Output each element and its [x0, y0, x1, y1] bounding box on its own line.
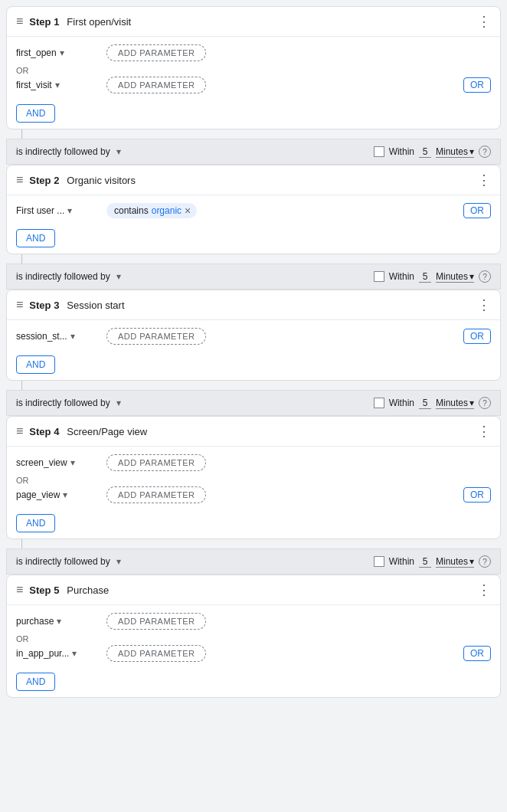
step-name-5: Purchase	[67, 584, 109, 596]
connector-label-1: is indirectly followed by	[16, 146, 110, 157]
or-label-5: OR	[16, 633, 491, 645]
within-checkbox-3[interactable]	[374, 398, 384, 408]
step-label-1: Step 1	[29, 16, 59, 28]
chip-close-2-0[interactable]: ×	[185, 205, 191, 216]
connector-bar-2: is indirectly followed by ▾ Within 5 Min…	[6, 264, 501, 290]
param-container-2-0: contains organic ×	[106, 203, 457, 218]
and-btn-3[interactable]: AND	[16, 355, 55, 374]
step-body-4: screen_view ▾ ADD PARAMETER OR page_view…	[7, 447, 500, 539]
step-card-4: ≡ Step 4 Screen/Page view ⋮ screen_view …	[6, 416, 501, 539]
chip-text-2-0: contains	[114, 205, 149, 216]
step-menu-icon-4: ≡	[16, 425, 23, 437]
dropdown-arrow-2-0: ▾	[67, 205, 72, 216]
step-card-2: ≡ Step 2 Organic visitors ⋮ First user .…	[6, 165, 501, 254]
step-menu-icon-2: ≡	[16, 174, 23, 186]
step-more-menu-4[interactable]: ⋮	[477, 424, 491, 438]
connector-dropdown-arrow-4: ▾	[116, 556, 121, 567]
add-param-btn-1-1[interactable]: ADD PARAMETER	[106, 77, 206, 93]
or-badge-1[interactable]: OR	[463, 77, 491, 93]
page-container: ≡ Step 1 First open/visit ⋮ first_open ▾…	[0, 0, 507, 704]
step-more-menu-5[interactable]: ⋮	[477, 583, 491, 597]
event-selector-4-0[interactable]: screen_view ▾	[16, 457, 100, 468]
step-body-5: purchase ▾ ADD PARAMETER OR in_app_pur..…	[7, 605, 500, 697]
connector-label-2: is indirectly followed by	[16, 271, 110, 282]
event-row-1-0: first_open ▾ ADD PARAMETER	[16, 44, 491, 61]
step-name-4: Screen/Page view	[67, 426, 147, 437]
step-label-3: Step 3	[29, 300, 59, 311]
event-selector-5-0[interactable]: purchase ▾	[16, 616, 100, 627]
add-param-btn-4-0[interactable]: ADD PARAMETER	[106, 454, 206, 471]
within-section-3: Within 5 Minutes ▾ ?	[374, 397, 491, 409]
within-text-2: Within	[389, 271, 414, 282]
or-badge-4[interactable]: OR	[463, 487, 491, 503]
event-selector-2-0[interactable]: First user ... ▾	[16, 205, 100, 216]
within-unit-4[interactable]: Minutes ▾	[436, 556, 474, 568]
step-body-2: First user ... ▾ contains organic × OR A…	[7, 195, 500, 254]
dropdown-arrow-1-0: ▾	[60, 47, 64, 58]
dropdown-arrow-5-0: ▾	[57, 616, 61, 627]
step-more-menu-2[interactable]: ⋮	[477, 173, 491, 187]
step-header-3: ≡ Step 3 Session start ⋮	[7, 290, 500, 320]
event-name-4-0: screen_view	[16, 457, 67, 468]
add-param-btn-3-0[interactable]: ADD PARAMETER	[106, 328, 206, 345]
within-checkbox-4[interactable]	[374, 556, 384, 567]
step-header-1: ≡ Step 1 First open/visit ⋮	[7, 7, 500, 37]
step-more-menu-3[interactable]: ⋮	[477, 298, 491, 312]
param-container-5-1: ADD PARAMETER	[106, 645, 457, 662]
and-btn-1[interactable]: AND	[16, 104, 55, 123]
event-row-3-0: session_st... ▾ ADD PARAMETER OR	[16, 328, 491, 345]
vert-line-2	[6, 254, 501, 264]
and-btn-4[interactable]: AND	[16, 514, 55, 532]
within-text-1: Within	[389, 146, 414, 157]
within-checkbox-1[interactable]	[374, 146, 384, 157]
within-unit-3[interactable]: Minutes ▾	[436, 398, 474, 409]
event-selector-1-1[interactable]: first_visit ▾	[16, 80, 100, 90]
within-section-2: Within 5 Minutes ▾ ?	[374, 270, 491, 283]
or-badge-3[interactable]: OR	[463, 329, 491, 344]
event-selector-3-0[interactable]: session_st... ▾	[16, 331, 100, 342]
connector-dropdown-arrow-1: ▾	[116, 146, 121, 157]
param-container-1-1: ADD PARAMETER	[106, 77, 457, 93]
event-name-5-1: in_app_pur...	[16, 648, 69, 659]
add-param-btn-1-0[interactable]: ADD PARAMETER	[106, 44, 206, 61]
add-param-btn-5-0[interactable]: ADD PARAMETER	[106, 613, 206, 630]
vert-line-4	[6, 539, 501, 548]
step-label-5: Step 5	[29, 584, 59, 596]
help-icon-4[interactable]: ?	[479, 555, 491, 568]
event-row-2-0: First user ... ▾ contains organic × OR	[16, 203, 491, 218]
or-badge-5[interactable]: OR	[463, 646, 491, 661]
event-selector-1-0[interactable]: first_open ▾	[16, 47, 100, 58]
within-number-4: 5	[419, 556, 431, 568]
step-menu-icon-5: ≡	[16, 584, 23, 596]
within-unit-1[interactable]: Minutes ▾	[436, 146, 474, 158]
connector-dropdown-arrow-3: ▾	[116, 398, 121, 408]
help-icon-2[interactable]: ?	[479, 270, 491, 283]
connector-bar-4: is indirectly followed by ▾ Within 5 Min…	[6, 548, 501, 575]
or-badge-2[interactable]: OR	[463, 203, 491, 218]
param-container-4-0: ADD PARAMETER	[106, 454, 491, 471]
connector-label-3: is indirectly followed by	[16, 398, 110, 408]
dropdown-arrow-5-1: ▾	[72, 648, 77, 659]
within-checkbox-2[interactable]	[374, 271, 384, 282]
event-name-4-1: page_view	[16, 489, 60, 500]
event-selector-4-1[interactable]: page_view ▾	[16, 489, 100, 500]
step-card-3: ≡ Step 3 Session start ⋮ session_st... ▾…	[6, 290, 501, 381]
event-selector-5-1[interactable]: in_app_pur... ▾	[16, 648, 100, 659]
help-icon-1[interactable]: ?	[479, 146, 491, 158]
and-btn-5[interactable]: AND	[16, 673, 55, 691]
add-param-btn-5-1[interactable]: ADD PARAMETER	[106, 645, 206, 662]
step-more-menu-1[interactable]: ⋮	[477, 15, 491, 28]
event-name-5-0: purchase	[16, 616, 54, 627]
chip-value-2-0: organic	[152, 205, 182, 216]
and-btn-2[interactable]: AND	[16, 229, 55, 247]
event-name-1-0: first_open	[16, 47, 57, 58]
within-unit-2[interactable]: Minutes ▾	[436, 271, 474, 283]
vert-line-3	[6, 381, 501, 390]
or-label-1: OR	[16, 64, 491, 77]
step-header-5: ≡ Step 5 Purchase ⋮	[7, 575, 500, 605]
param-container-3-0: ADD PARAMETER	[106, 328, 457, 345]
event-name-3-0: session_st...	[16, 331, 67, 342]
help-icon-3[interactable]: ?	[479, 397, 491, 409]
add-param-btn-4-1[interactable]: ADD PARAMETER	[106, 486, 206, 503]
within-section-4: Within 5 Minutes ▾ ?	[374, 555, 491, 568]
